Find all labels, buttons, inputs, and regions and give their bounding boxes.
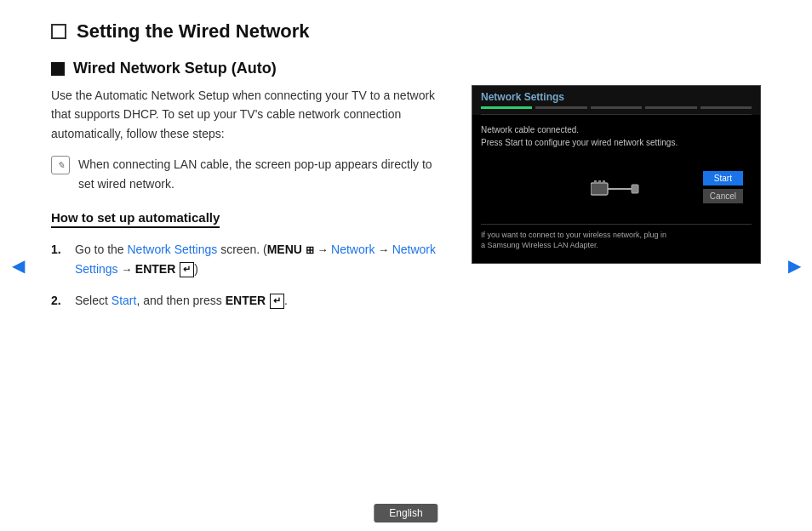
progress-seg-3 (591, 106, 642, 109)
step-1-enter: ENTER ↵ (135, 262, 194, 276)
sub-title: Wired Network Setup (Auto) (73, 60, 277, 77)
ns-title-bar: Network Settings (481, 91, 752, 103)
step-1-num: 1. (51, 240, 66, 259)
step-1-enter-icon: ↵ (180, 262, 194, 277)
section-right: Network Settings Network cable connected… (472, 60, 761, 322)
step-2-num: 2. (51, 291, 66, 310)
progress-seg-4 (645, 106, 696, 109)
ns-center: Start Cancel (481, 156, 752, 219)
svg-rect-0 (591, 183, 608, 195)
checkbox-icon (51, 24, 66, 39)
step-1-network: Network (331, 243, 375, 256)
cable-icon (591, 174, 642, 200)
svg-rect-2 (598, 180, 601, 184)
ns-cancel-button[interactable]: Cancel (703, 189, 743, 203)
ns-msg: Network cable connected. Press Start to … (481, 123, 752, 149)
svg-rect-3 (603, 180, 605, 184)
step-2-text: Select Start, and then press ENTER ↵. (75, 291, 288, 310)
svg-rect-5 (632, 185, 638, 193)
black-square-icon (51, 62, 65, 76)
network-screenshot: Network Settings Network cable connected… (472, 85, 761, 264)
step-2: 2. Select Start, and then press ENTER ↵. (51, 291, 446, 310)
step-1-link1: Network Settings (127, 243, 217, 256)
progress-seg-2 (535, 106, 586, 109)
ns-buttons: Start Cancel (703, 171, 743, 203)
ns-start-button[interactable]: Start (703, 171, 743, 186)
nav-arrow-right[interactable]: ▶ (785, 256, 803, 275)
nav-arrow-left[interactable]: ◀ (9, 256, 27, 275)
step-2-enter: ENTER ↵ (226, 294, 284, 307)
ns-header: Network Settings (472, 86, 760, 115)
ns-footer-msg: If you want to connect to your wireless … (481, 224, 752, 251)
main-title-row: Setting the Wired Network (51, 20, 761, 43)
steps-list: 1. Go to the Network Settings screen. (M… (51, 240, 446, 310)
step-2-start: Start (112, 294, 137, 307)
note-icon: ✎ (51, 156, 70, 174)
section-left: Wired Network Setup (Auto) Use the Autom… (51, 60, 472, 322)
main-title: Setting the Wired Network (77, 20, 310, 43)
page-container: ◀ ▶ Setting the Wired Network Wired Netw… (0, 0, 812, 531)
svg-rect-1 (594, 180, 597, 184)
language-badge: English (374, 504, 437, 522)
note-row: ✎ When connecting LAN cable, the screen … (51, 155, 446, 193)
step-1: 1. Go to the Network Settings screen. (M… (51, 240, 446, 279)
progress-seg-5 (700, 106, 752, 109)
step-1-text: Go to the Network Settings screen. (MENU… (75, 240, 436, 279)
ns-title-text: Network Settings (481, 91, 564, 103)
progress-seg-1 (481, 106, 532, 109)
ns-body: Network cable connected. Press Start to … (472, 115, 760, 258)
sub-title-row: Wired Network Setup (Auto) (51, 60, 446, 77)
step-1-menu: MENU ⊞ (267, 243, 314, 256)
step-2-enter-icon: ↵ (270, 294, 284, 308)
body-text: Use the Automatic Network Setup when con… (51, 86, 446, 143)
how-to-title: How to set up automatically (51, 210, 220, 228)
section: Wired Network Setup (Auto) Use the Autom… (51, 60, 761, 322)
ns-progress-bar (481, 106, 752, 115)
note-text: When connecting LAN cable, the screen po… (78, 155, 446, 193)
